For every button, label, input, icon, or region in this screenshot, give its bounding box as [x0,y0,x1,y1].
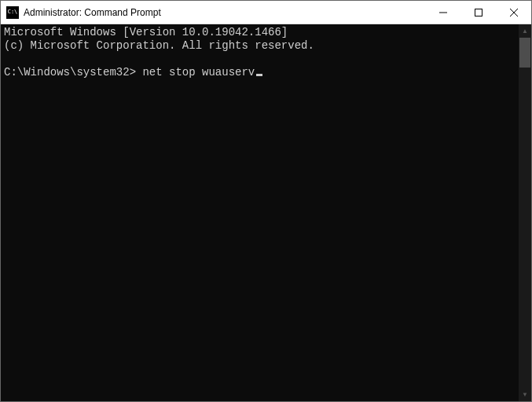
cmd-icon [6,6,19,19]
cursor [256,74,262,76]
minimize-button[interactable] [425,1,460,24]
scroll-down-arrow[interactable]: ▼ [519,388,531,401]
window-title: Administrator: Command Prompt [24,7,425,18]
close-icon [510,9,518,16]
minimize-icon [439,9,447,16]
client-area: Microsoft Windows [Version 10.0.19042.14… [1,24,531,401]
prompt-text: C:\Windows\system32> [4,66,136,79]
scroll-up-arrow[interactable]: ▲ [519,24,531,38]
command-text: net stop wuauserv [142,66,255,79]
copyright-line: (c) Microsoft Corporation. All rights re… [4,39,314,52]
command-prompt-window: Administrator: Command Prompt Microsoft … [0,0,532,402]
close-button[interactable] [496,1,531,24]
vertical-scrollbar[interactable]: ▲ ▼ [519,24,531,401]
titlebar[interactable]: Administrator: Command Prompt [1,1,531,24]
maximize-icon [475,9,482,16]
window-controls [425,1,531,24]
terminal-output[interactable]: Microsoft Windows [Version 10.0.19042.14… [1,24,519,401]
maximize-button[interactable] [460,1,496,24]
version-line: Microsoft Windows [Version 10.0.19042.14… [4,26,288,38]
svg-rect-1 [475,9,482,16]
scroll-thumb[interactable] [519,38,530,68]
